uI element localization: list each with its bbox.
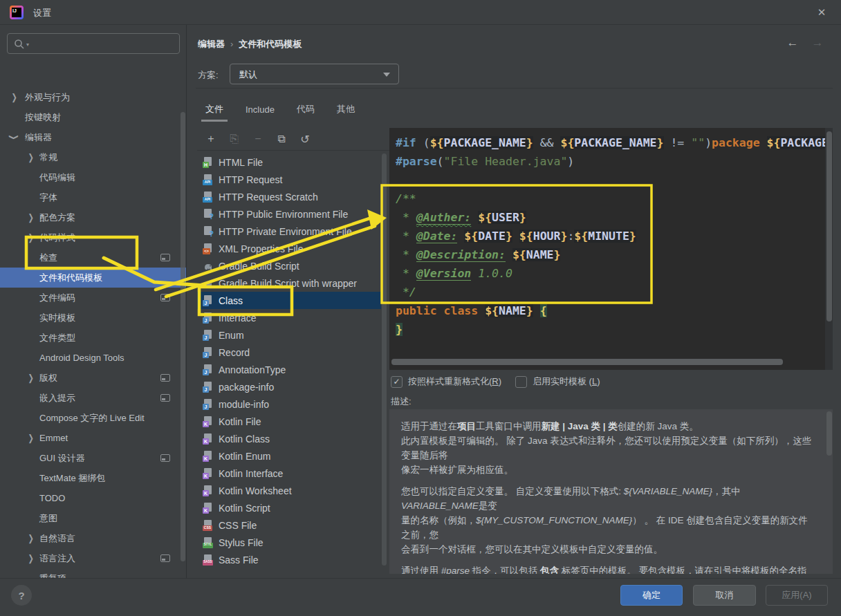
template-item-http-public-environment-file[interactable]: ?HTTP Public Environment File <box>197 205 381 223</box>
template-item-kotlin-enum[interactable]: KKotlin Enum <box>197 447 381 465</box>
sidebar-item[interactable]: 嵌入提示 <box>0 388 187 408</box>
sidebar-item-label: 常规 <box>39 151 57 164</box>
sidebar-item[interactable]: ❯编辑器 <box>0 127 187 147</box>
template-item-stylus-file[interactable]: STYLStylus File <box>197 534 381 551</box>
template-item-annotationtype[interactable]: JAnnotationType <box>197 361 381 378</box>
chevron-right-icon[interactable]: ❯ <box>28 553 33 564</box>
template-item-http-request[interactable]: APIHTTP Request <box>197 171 381 188</box>
close-icon[interactable]: ✕ <box>813 5 830 20</box>
sidebar-item[interactable]: TextMate 捆绑包 <box>0 468 187 488</box>
sidebar-scrollbar[interactable] <box>181 112 185 561</box>
template-item-kotlin-file[interactable]: KKotlin File <box>197 413 381 430</box>
sidebar-item-label: Emmet <box>39 433 68 443</box>
qfile-file-icon: ? <box>203 209 214 220</box>
template-item-gradle-build-script-with-wrapper[interactable]: Gradle Build Script with wrapper <box>197 274 381 292</box>
sidebar-item[interactable]: ❯Emmet <box>0 428 187 448</box>
chevron-right-icon[interactable]: ❯ <box>28 433 33 444</box>
template-list-scrollbar[interactable] <box>382 153 387 566</box>
sidebar-item[interactable]: 重复项 <box>0 568 187 578</box>
description-line: 像宏一样被扩展为相应值。 <box>401 463 813 477</box>
description-scrollbar[interactable] <box>826 411 832 456</box>
template-item-interface[interactable]: JInterface <box>197 309 381 326</box>
sidebar-item[interactable]: 文件和代码模板 <box>0 268 187 288</box>
back-arrow-icon[interactable]: ← <box>784 36 801 50</box>
chevron-right-icon[interactable]: ❯ <box>28 232 33 243</box>
settings-tree: ❯外观与行为按键映射❯编辑器❯常规代码编辑字体❯配色方案❯代码样式检查文件和代码… <box>0 25 187 578</box>
chevron-right-icon[interactable]: ❯ <box>28 212 33 223</box>
template-item-kotlin-class[interactable]: KKotlin Class <box>197 430 381 447</box>
template-item-http-private-environment-file[interactable]: ?HTTP Private Environment File <box>197 223 381 240</box>
sidebar-item[interactable]: 代码编辑 <box>0 167 187 187</box>
editor-hscrollbar[interactable] <box>391 359 783 365</box>
template-item-label: Stylus File <box>219 537 264 548</box>
description-label: 描述: <box>391 395 412 408</box>
template-item-module-info[interactable]: Jmodule-info <box>197 395 381 413</box>
sidebar-item[interactable]: 意图 <box>0 508 187 528</box>
sidebar-item[interactable]: ❯自然语言 <box>0 528 187 548</box>
editor-vscrollbar[interactable] <box>826 131 832 321</box>
live-template-checkbox[interactable] <box>515 376 527 388</box>
template-editor[interactable]: #if (${PACKAGE_NAME} && ${PACKAGE_NAME} … <box>389 128 833 370</box>
sidebar-item[interactable]: ❯版权 <box>0 368 187 388</box>
chevron-down-icon[interactable]: ❯ <box>9 134 20 140</box>
reformat-checkbox[interactable]: ✓ <box>391 376 403 388</box>
sidebar-item-label: Android Design Tools <box>39 353 124 363</box>
sidebar-item[interactable]: ❯语言注入 <box>0 548 187 568</box>
template-item-gradle-build-script[interactable]: Gradle Build Script <box>197 257 381 274</box>
sidebar-item[interactable]: ❯常规 <box>0 147 187 167</box>
k-badge-icon: K <box>203 507 209 514</box>
template-item-css-file[interactable]: CSSCSS File <box>197 516 381 534</box>
sidebar-item[interactable]: 检查 <box>0 248 187 268</box>
description-segment: 是变 <box>479 501 497 511</box>
sidebar-item[interactable]: GUI 设计器 <box>0 448 187 468</box>
tab-Include[interactable]: Include <box>234 99 286 120</box>
scheme-select[interactable]: 默认 <box>230 64 399 84</box>
java-file-icon: J <box>203 295 214 306</box>
template-item-kotlin-interface[interactable]: KKotlin Interface <box>197 465 381 482</box>
template-item-html-file[interactable]: HHTML File <box>197 153 381 171</box>
j-badge-icon: J <box>203 300 209 306</box>
sidebar-item[interactable]: 字体 <box>0 187 187 207</box>
sidebar-item[interactable]: 实时模板 <box>0 308 187 328</box>
tab-其他[interactable]: 其他 <box>326 99 366 120</box>
chevron-right-icon[interactable]: ❯ <box>11 92 17 103</box>
sidebar-item-label: 版权 <box>39 372 57 384</box>
template-item-http-request-scratch[interactable]: APIHTTP Request Scratch <box>197 188 381 205</box>
template-item-record[interactable]: JRecord <box>197 344 381 361</box>
add-icon[interactable]: + <box>204 132 218 146</box>
chevron-right-icon[interactable]: ❯ <box>28 533 33 544</box>
code-token: ) <box>705 136 712 149</box>
description-line: 适用于通过在项目工具窗口中调用新建 | Java 类 | 类创建的新 Java … <box>401 419 813 433</box>
chevron-right-icon[interactable]: ❯ <box>28 152 33 163</box>
duplicate-icon[interactable]: ⧉ <box>275 132 288 146</box>
template-item-xml-properties-file[interactable]: <>XML Properties File <box>197 240 381 257</box>
code-area: #if (${PACKAGE_NAME} && ${PACKAGE_NAME} … <box>396 133 824 339</box>
sidebar-item[interactable]: ❯外观与行为 <box>0 87 187 107</box>
template-item-enum[interactable]: JEnum <box>197 326 381 344</box>
template-item-kotlin-worksheet[interactable]: KKotlin Worksheet <box>197 482 381 499</box>
tab-代码[interactable]: 代码 <box>286 99 326 120</box>
help-button[interactable]: ? <box>11 585 32 606</box>
ok-button[interactable]: 确定 <box>620 585 683 606</box>
java-file-icon: J <box>203 382 214 393</box>
sidebar-item[interactable]: TODO <box>0 488 187 508</box>
template-item-sass-file[interactable]: SASSSass File <box>197 551 381 568</box>
chevron-right-icon[interactable]: ❯ <box>28 373 33 384</box>
sidebar-item[interactable]: Compose 文字的 Live Edit <box>0 408 187 428</box>
sidebar-item[interactable]: Android Design Tools <box>0 348 187 368</box>
cancel-button[interactable]: 取消 <box>693 585 756 606</box>
template-item-class[interactable]: JClass <box>197 292 381 309</box>
sidebar-item[interactable]: ❯配色方案 <box>0 207 187 227</box>
breadcrumb-editor[interactable]: 编辑器 <box>198 39 225 49</box>
tab-文件[interactable]: 文件 <box>194 99 234 120</box>
template-item-label: package-info <box>219 382 274 393</box>
sidebar-item-label: 代码样式 <box>39 232 75 244</box>
sidebar-item[interactable]: 文件类型 <box>0 328 187 348</box>
template-item-kotlin-script[interactable]: KKotlin Script <box>197 499 381 516</box>
sidebar-item[interactable]: 文件编码 <box>0 288 187 308</box>
sidebar-item[interactable]: 按键映射 <box>0 107 187 127</box>
reset-icon[interactable]: ↺ <box>298 132 312 146</box>
sidebar-item[interactable]: ❯代码样式 <box>0 227 187 248</box>
template-item-package-info[interactable]: Jpackage-info <box>197 378 381 395</box>
sidebar-item-label: 嵌入提示 <box>39 392 75 404</box>
